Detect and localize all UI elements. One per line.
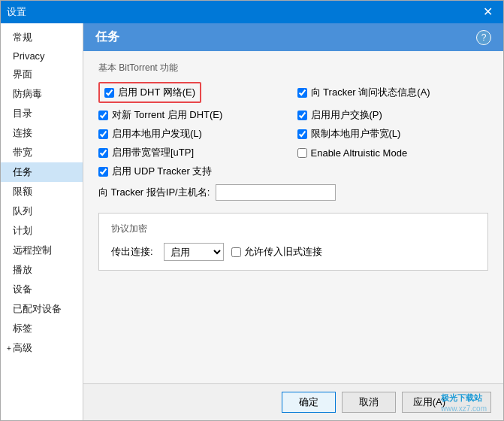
checkbox-udp-tracker-label: 启用 UDP Tracker 支持 — [112, 165, 212, 178]
dropdown-wrapper: 启用 强制 禁用 — [164, 243, 224, 261]
footer: 确定 取消 应用(A) 极光下载站 www.xz7.com — [83, 383, 503, 420]
sidebar-item-general[interactable]: 常规 — [1, 28, 83, 47]
checkbox-torrent-dht[interactable] — [98, 111, 108, 120]
window-title: 设置 — [7, 5, 26, 19]
encryption-title: 协议加密 — [111, 223, 475, 235]
apply-button[interactable]: 应用(A) — [402, 392, 491, 413]
tracker-ip-row: 向 Tracker 报告IP/主机名: — [98, 184, 488, 201]
checkbox-altruistic-row: Enable Altruistic Mode — [297, 146, 489, 159]
checkbox-limit-bandwidth[interactable] — [297, 129, 307, 139]
content-area: 常规 Privacy 界面 防病毒 目录 连接 带宽 任务 限额 队列 计划 远… — [1, 23, 503, 420]
checkbox-torrent-dht-row: 对新 Torrent 启用 DHT(E) — [98, 108, 290, 122]
checkbox-user-exchange-label: 启用用户交换(P) — [311, 108, 382, 122]
sidebar-item-antivirus[interactable]: 防病毒 — [1, 84, 83, 104]
sidebar-item-directory[interactable]: 目录 — [1, 104, 83, 123]
checkbox-allow-legacy[interactable] — [231, 247, 241, 257]
cancel-button[interactable]: 取消 — [342, 392, 396, 413]
checkbox-torrent-dht-label: 对新 Torrent 启用 DHT(E) — [112, 108, 222, 122]
sidebar-item-bandwidth[interactable]: 带宽 — [1, 143, 83, 162]
checkbox-utp-row: 启用带宽管理[uTP] — [98, 146, 290, 159]
panel-header: 任务 ? — [83, 23, 503, 51]
sidebar-item-tasks[interactable]: 任务 — [1, 162, 83, 182]
checkbox-query-tracker-label: 向 Tracker 询问状态信息(A) — [311, 86, 430, 99]
sidebar-item-privacy[interactable]: Privacy — [1, 47, 83, 65]
checkbox-limit-bandwidth-row: 限制本地用户带宽(L) — [297, 127, 489, 141]
outgoing-label: 传出连接: — [111, 245, 156, 259]
checkbox-altruistic-label: Enable Altruistic Mode — [311, 147, 408, 159]
allow-legacy-row: 允许传入旧式连接 — [231, 245, 322, 259]
checkbox-dht-network-label: 启用 DHT 网络(E) — [118, 86, 195, 99]
panel-title: 任务 — [95, 29, 119, 45]
checkbox-local-peer[interactable] — [98, 129, 108, 139]
sidebar: 常规 Privacy 界面 防病毒 目录 连接 带宽 任务 限额 队列 计划 远… — [1, 23, 83, 420]
sidebar-item-devices[interactable]: 设备 — [1, 280, 83, 299]
allow-legacy-label: 允许传入旧式连接 — [244, 245, 322, 259]
highlighted-dht-network: 启用 DHT 网络(E) — [98, 82, 201, 103]
checkbox-limit-bandwidth-label: 限制本地用户带宽(L) — [311, 127, 401, 141]
checkbox-dht-network-row: 启用 DHT 网络(E) — [98, 82, 290, 103]
checkbox-dht-network[interactable] — [104, 88, 114, 98]
sidebar-item-queue[interactable]: 队列 — [1, 201, 83, 221]
encryption-row: 传出连接: 启用 强制 禁用 允许传入旧式连接 — [111, 243, 475, 261]
sidebar-item-advanced[interactable]: +高级 — [1, 338, 83, 358]
checkbox-altruistic[interactable] — [297, 148, 307, 158]
checkbox-user-exchange[interactable] — [297, 111, 307, 120]
sidebar-item-connection[interactable]: 连接 — [1, 123, 83, 143]
tracker-label: 向 Tracker 报告IP/主机名: — [98, 186, 210, 199]
checkbox-query-tracker[interactable] — [297, 88, 307, 98]
checkbox-udp-tracker-row: 启用 UDP Tracker 支持 — [98, 165, 290, 178]
checkbox-local-peer-row: 启用本地用户发现(L) — [98, 127, 290, 141]
encryption-section: 协议加密 传出连接: 启用 强制 禁用 允许传入旧式连接 — [98, 213, 488, 271]
encrypt-select[interactable]: 启用 强制 禁用 — [164, 243, 224, 261]
sidebar-item-playback[interactable]: 播放 — [1, 260, 83, 280]
help-button[interactable]: ? — [476, 30, 491, 45]
titlebar: 设置 ✕ — [1, 1, 503, 23]
tracker-input[interactable] — [216, 184, 336, 201]
empty-cell — [297, 165, 489, 178]
close-button[interactable]: ✕ — [478, 1, 497, 23]
sidebar-item-remote[interactable]: 远程控制 — [1, 241, 83, 260]
sidebar-item-interface[interactable]: 界面 — [1, 65, 83, 84]
checkbox-udp-tracker[interactable] — [98, 167, 108, 177]
checkbox-user-exchange-row: 启用用户交换(P) — [297, 108, 489, 122]
expand-icon: + — [7, 344, 11, 353]
checkbox-query-tracker-row: 向 Tracker 询问状态信息(A) — [297, 82, 489, 103]
main-panel: 任务 ? 基本 BitTorrent 功能 启用 DHT 网络(E) — [83, 23, 503, 420]
checkbox-local-peer-label: 启用本地用户发现(L) — [112, 127, 202, 141]
confirm-button[interactable]: 确定 — [282, 392, 336, 413]
settings-window: 设置 ✕ 常规 Privacy 界面 防病毒 目录 连接 带宽 任务 限额 队列… — [0, 0, 504, 421]
section-basic-title: 基本 BitTorrent 功能 — [98, 62, 488, 74]
checkbox-utp[interactable] — [98, 148, 108, 158]
panel-body: 基本 BitTorrent 功能 启用 DHT 网络(E) 向 Tracker … — [83, 51, 503, 383]
sidebar-item-schedule[interactable]: 计划 — [1, 221, 83, 241]
sidebar-item-paired[interactable]: 已配对设备 — [1, 299, 83, 319]
checkbox-utp-label: 启用带宽管理[uTP] — [112, 146, 194, 159]
sidebar-item-tags[interactable]: 标签 — [1, 319, 83, 338]
sidebar-item-limits[interactable]: 限额 — [1, 182, 83, 201]
